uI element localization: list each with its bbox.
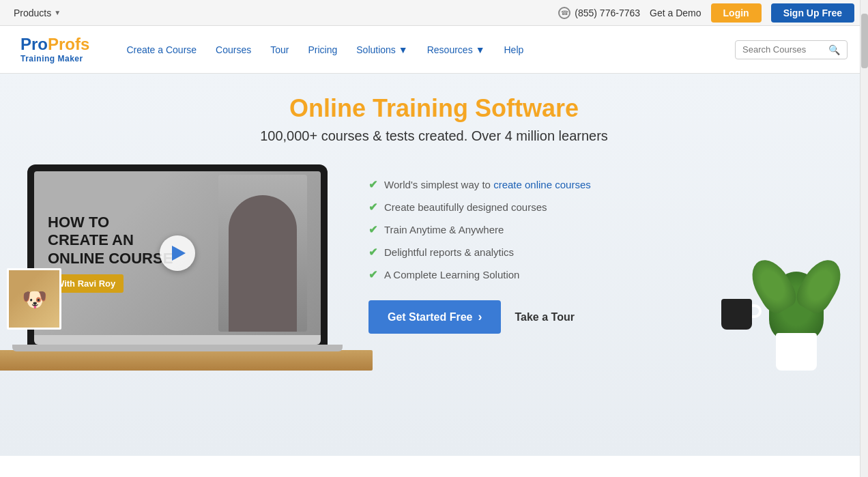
video-headline-line1: HOW TO — [48, 214, 218, 231]
top-bar: Products ▼ ☎ (855) 776-7763 Get a Demo L… — [0, 0, 868, 26]
check-icon-2: ✔ — [368, 201, 377, 214]
top-bar-right: ☎ (855) 776-7763 Get a Demo Login Sign U… — [558, 3, 854, 23]
hero-title-area: Online Training Software 100,000+ course… — [27, 94, 841, 144]
check-icon-5: ✔ — [368, 268, 377, 281]
feature-item-2: ✔ Create beautifully designed courses — [368, 201, 841, 214]
get-demo-link[interactable]: Get a Demo — [650, 8, 701, 18]
products-label: Products — [14, 8, 51, 18]
hero-subtitle: 100,000+ courses & tests created. Over 4… — [27, 128, 841, 144]
logo: ProProfs — [20, 35, 89, 53]
check-icon-1: ✔ — [368, 178, 377, 191]
plant-leaves — [769, 272, 824, 340]
top-bar-left: Products ▼ — [14, 8, 61, 18]
create-online-courses-link[interactable]: create online courses — [493, 179, 591, 190]
feature-text-5: A Complete Learning Solution — [384, 269, 519, 280]
nav-solutions-label: Solutions — [356, 44, 396, 55]
feature-text-1: World's simplest way to create online co… — [384, 179, 591, 190]
get-started-button[interactable]: Get Started Free › — [368, 300, 501, 334]
hero-section: Online Training Software 100,000+ course… — [0, 74, 868, 456]
laptop-bottom — [34, 335, 321, 345]
nav-courses[interactable]: Courses — [206, 26, 261, 74]
scrollbar[interactable] — [860, 0, 868, 456]
hero-main-title: Online Training Software — [27, 94, 841, 123]
nav-tour[interactable]: Tour — [261, 26, 298, 74]
nav-solutions[interactable]: Solutions ▼ — [347, 26, 417, 74]
laptop-screen: HOW TO CREATE AN ONLINE COURSE With Ravi… — [34, 171, 321, 335]
scrollbar-thumb[interactable] — [861, 14, 868, 68]
phone-icon: ☎ — [558, 7, 570, 19]
resources-chevron-icon: ▼ — [476, 44, 485, 55]
products-chevron-icon: ▼ — [54, 9, 61, 16]
nav-resources[interactable]: Resources ▼ — [418, 26, 495, 74]
search-box[interactable]: 🔍 — [735, 40, 848, 59]
hero-content: HOW TO CREATE AN ONLINE COURSE With Ravi… — [27, 164, 841, 371]
feature-item-3: ✔ Train Anytime & Anywhere — [368, 223, 841, 236]
plant-decoration — [752, 248, 841, 371]
plant-pot — [776, 333, 817, 371]
get-started-label: Get Started Free — [388, 311, 472, 323]
nav-pricing[interactable]: Pricing — [298, 26, 347, 74]
login-button[interactable]: Login — [711, 3, 762, 23]
signup-button[interactable]: Sign Up Free — [771, 3, 854, 23]
play-button[interactable] — [160, 235, 195, 271]
dog-photo: 🐶 — [7, 268, 61, 330]
logo-subtitle: Training Maker — [20, 54, 83, 63]
arrow-icon: › — [478, 310, 482, 324]
logo-area: ProProfs Training Maker — [20, 35, 89, 63]
nav-create-course[interactable]: Create a Course — [117, 26, 206, 74]
feature-text-3: Train Anytime & Anywhere — [384, 224, 504, 235]
logo-pro: Pro — [20, 35, 48, 53]
feature-text-4: Delightful reports & analytics — [384, 246, 514, 258]
feature-item-1: ✔ World's simplest way to create online … — [368, 178, 841, 191]
nav-help[interactable]: Help — [495, 26, 534, 74]
logo-profs: Profs — [48, 35, 89, 53]
nav-resources-label: Resources — [427, 44, 473, 55]
phone-area: ☎ (855) 776-7763 — [558, 7, 640, 19]
hero-video-area: HOW TO CREATE AN ONLINE COURSE With Ravi… — [27, 164, 328, 371]
feature-text-2: Create beautifully designed courses — [384, 201, 547, 213]
phone-number: (855) 776-7763 — [575, 8, 640, 18]
nav-bar: ProProfs Training Maker Create a Course … — [0, 26, 868, 74]
products-button[interactable]: Products ▼ — [14, 8, 61, 18]
search-icon: 🔍 — [828, 44, 840, 55]
solutions-chevron-icon: ▼ — [399, 44, 408, 55]
take-tour-link[interactable]: Take a Tour — [515, 311, 574, 323]
nav-links: Create a Course Courses Tour Pricing Sol… — [117, 26, 848, 74]
check-icon-3: ✔ — [368, 223, 377, 236]
mug-body — [721, 299, 752, 330]
laptop-frame: HOW TO CREATE AN ONLINE COURSE With Ravi… — [27, 164, 328, 345]
coffee-mug — [721, 299, 752, 330]
search-input[interactable] — [742, 44, 824, 55]
check-icon-4: ✔ — [368, 246, 377, 259]
